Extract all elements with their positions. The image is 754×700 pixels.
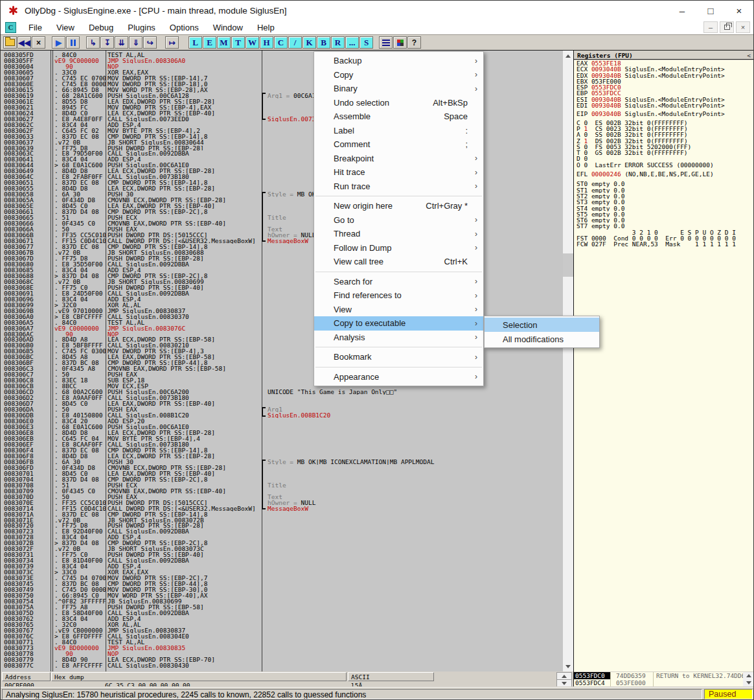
disasm-row[interactable]: 008306E8. 8D4D D8LEA ECX,DWORD PTR SS:[E… <box>1 430 563 436</box>
register-line[interactable]: D 0 <box>577 156 754 161</box>
disasm-row[interactable]: 00830765. 32C0XOR AL,AL <box>1 622 563 627</box>
cpu-window-icon[interactable]: C <box>5 22 16 33</box>
minimize-button[interactable]: – <box>668 1 696 20</box>
menu-window[interactable]: Window <box>206 21 250 34</box>
disasm-row[interactable]: 00830778 90NOP <box>1 651 563 657</box>
register-line[interactable]: T 0 GS 002B 32bit 0(FFFFFFFF) <box>577 150 754 156</box>
disasm-row[interactable]: 00830734. E8 81D40F00CALL SiglusEn.0092D… <box>1 557 563 563</box>
disasm-row[interactable]: 008306EF. E8 8CAAF0FFCALL SiglusEn.0073B… <box>1 441 563 447</box>
disasm-row[interactable]: 0083071A. 837D EC 08CMP DWORD PTR SS:[EB… <box>1 511 563 517</box>
disasm-row[interactable]: 0083072F.v72 0BJB SHORT SiglusEn.0083073… <box>1 546 563 552</box>
appearance-colors-button[interactable] <box>393 36 407 49</box>
close-program-button[interactable]: × <box>32 36 45 49</box>
context-menu-item-bookmark[interactable]: Bookmark› <box>314 350 483 364</box>
scrollbar-thumb[interactable] <box>563 253 573 277</box>
run-button[interactable]: ▶ <box>52 36 65 49</box>
source-window-button[interactable]: S <box>360 36 373 49</box>
dump-scrollbar[interactable] <box>556 672 572 686</box>
disasm-row[interactable]: 008306EB. C645 FC 04MOV BYTE PTR SS:[EBP… <box>1 436 563 441</box>
register-line[interactable]: ST2 empty 0.0 <box>577 193 754 199</box>
disasm-row[interactable]: 00830701. 8D45 C0LEA EAX,DWORD PTR SS:[E… <box>1 471 563 476</box>
disasm-row[interactable]: 0083075D. E8 58D40F00CALL SiglusEn.0092D… <box>1 610 563 616</box>
disasm-row[interactable]: 008306E0. 83C4 20ADD ESP,20 <box>1 418 563 424</box>
disasm-row[interactable]: 00830709. 0F4345 C0CMOVNB EAX,DWORD PTR … <box>1 488 563 494</box>
disasm-row[interactable]: 008306E3. 68 E0A1C600PUSH SiglusEn.00C6A… <box>1 424 563 430</box>
register-line[interactable]: 3 2 1 0 E S P U O Z D I <box>577 229 754 235</box>
disasm-row[interactable]: 00830708. 51PUSH ECXTitle <box>1 482 563 488</box>
disasm-row[interactable]: 00830704. 837D D4 08CMP DWORD PTR SS:[EB… <box>1 476 563 482</box>
register-line[interactable]: EBP 0553FDCC <box>577 90 754 96</box>
patches-window-button[interactable]: / <box>288 36 302 49</box>
disasm-row[interactable]: 00830750. 66:8945 C0MOV WORD PTR SS:[EBP… <box>1 592 563 598</box>
collapse-icon[interactable]: < <box>747 52 751 59</box>
cpu-window-button[interactable]: C <box>274 36 288 49</box>
context-menu-item-copy-to-executable[interactable]: Copy to executable› <box>314 316 483 331</box>
menu-view[interactable]: View <box>49 21 82 34</box>
register-line[interactable]: EDX 0093040B SiglusEn.<ModuleEntryPoint> <box>577 73 754 78</box>
restart-button[interactable]: ◀◀ <box>17 36 31 49</box>
register-line[interactable]: O 0 LastErr ERROR_SUCCESS (00000000) <box>577 162 754 168</box>
disasm-row[interactable]: 00830754.^0F82 3FFFFFFFJB SiglusEn.00830… <box>1 598 563 604</box>
scroll-down-icon[interactable] <box>563 661 573 671</box>
context-menu-item-find-references-to[interactable]: Find references to› <box>314 288 483 303</box>
register-line[interactable]: C 0 ES 002B 32bit 0(FFFFFFFF) <box>577 120 754 126</box>
disasm-row[interactable]: 008306DB. E8 40150800CALL SiglusEn.008B1… <box>1 412 563 418</box>
register-line[interactable]: EFL 00000246 (NO,NB,E,BE,NS,PE,GE,LE) <box>577 171 754 177</box>
register-line[interactable]: ST4 empty 0.0 <box>577 205 754 211</box>
register-line[interactable]: EDI 0093040B SiglusEn.<ModuleEntryPoint> <box>577 102 754 108</box>
animate-over-button[interactable]: ⇓ <box>129 36 143 49</box>
register-line[interactable]: ECX 0093040B SiglusEn.<ModuleEntryPoint> <box>577 66 754 72</box>
disasm-row[interactable]: 00830731. FF75 C0PUSH DWORD PTR SS:[EBP-… <box>1 552 563 557</box>
scroll-down-icon[interactable] <box>743 679 754 686</box>
column-divider[interactable] <box>262 51 262 671</box>
disasm-row[interactable]: 00830749. C745 D0 000000MOV DWORD PTR SS… <box>1 587 563 592</box>
context-menu-item-copy[interactable]: Copy› <box>314 68 483 82</box>
disasm-row[interactable]: 008306FB. 6A 30PUSH 30Style = MB_OK|MB_I… <box>1 459 563 465</box>
menu-options[interactable]: Options <box>163 21 206 34</box>
dump-header-address[interactable]: Address <box>2 672 51 681</box>
hex-dump-pane[interactable]: Address Hex dump ASCII 00CBE000 6C 35 C3… <box>1 672 573 686</box>
context-menu-item-go-to[interactable]: Go to› <box>314 213 483 228</box>
execute-till-user-code-button[interactable]: ↦ <box>165 36 179 49</box>
disasm-row[interactable]: 008306D2. E8 A9AAF0FFCALL SiglusEn.0073B… <box>1 395 563 401</box>
context-menu-item-view-call-tree[interactable]: View call treeCtrl+K <box>314 255 483 269</box>
child-minimize-button[interactable]: – <box>703 21 718 33</box>
child-close-button[interactable]: × <box>736 21 750 33</box>
register-line[interactable]: EIP 0093040B SiglusEn.<ModuleEntryPoint> <box>577 111 754 117</box>
stack-row[interactable]: 0553FDC074DD6359RETURN to KERNEL32.74DD6 <box>574 672 754 679</box>
dump-header-ascii[interactable]: ASCII <box>348 672 434 681</box>
disasm-row[interactable]: 00830745. 837D BC 08CMP DWORD PTR SS:[EB… <box>1 581 563 587</box>
context-menu-item-breakpoint[interactable]: Breakpoint› <box>314 152 483 166</box>
titlebar[interactable]: OllyDbg - SiglusEngine.exe - [CPU - main… <box>1 1 753 20</box>
memory-window-button[interactable]: M <box>217 36 231 49</box>
column-divider[interactable] <box>106 51 106 671</box>
context-menu-item-appearance[interactable]: Appearance› <box>314 370 483 384</box>
register-line[interactable]: ESI 0093040B SiglusEn.<ModuleEntryPoint> <box>577 97 754 102</box>
stack-pane[interactable]: 0553FDC074DD6359RETURN to KERNEL32.74DD6… <box>574 672 754 686</box>
context-menu-item-search-for[interactable]: Search for› <box>314 275 483 289</box>
register-line[interactable]: ESP 0553FDC0 <box>577 84 754 90</box>
maximize-button[interactable]: □ <box>696 1 725 20</box>
disasm-row[interactable]: 00830720. FF75 D8PUSH DWORD PTR SS:[EBP-… <box>1 522 563 528</box>
register-line[interactable]: P 1 CS 0023 32bit 0(FFFFFFFF) <box>577 126 754 132</box>
register-line[interactable]: ST6 empty 0.0 <box>577 217 754 223</box>
animate-into-button[interactable]: ⇊ <box>115 36 128 49</box>
disasm-row[interactable]: 008306CD. 68 00A2C600PUSH SiglusEn.00C6A… <box>1 389 563 395</box>
call-stack-window-button[interactable]: K <box>303 36 316 49</box>
disasm-row[interactable]: 00830739. 83C4 04ADD ESP,4 <box>1 563 563 569</box>
close-button[interactable]: × <box>725 1 753 20</box>
disasm-row[interactable]: 0083073E. C745 D4 070000MOV DWORD PTR SS… <box>1 575 563 581</box>
scroll-up-icon[interactable] <box>743 672 754 679</box>
register-line[interactable]: ST0 empty 0.0 <box>577 181 754 187</box>
menu-help[interactable]: Help <box>250 21 282 34</box>
menu-plugins[interactable]: Plugins <box>120 21 163 34</box>
disasm-row[interactable]: 008306D7. 8D45 C0LEA EAX,DWORD PTR SS:[E… <box>1 401 563 406</box>
step-over-button[interactable]: ↧ <box>100 36 114 49</box>
disasm-row[interactable]: 008306F4. 837D EC 08CMP DWORD PTR SS:[EB… <box>1 447 563 453</box>
breakpoints-window-button[interactable]: B <box>317 36 330 49</box>
register-line[interactable]: EBX 053FE000 <box>577 78 754 84</box>
disasm-row[interactable]: 0083075A. FF75 A8PUSH DWORD PTR SS:[EBP-… <box>1 604 563 610</box>
register-line[interactable]: ST5 empty 0.0 <box>577 211 754 217</box>
column-divider[interactable] <box>52 51 53 671</box>
context-menu-item-binary[interactable]: Binary› <box>314 82 483 96</box>
